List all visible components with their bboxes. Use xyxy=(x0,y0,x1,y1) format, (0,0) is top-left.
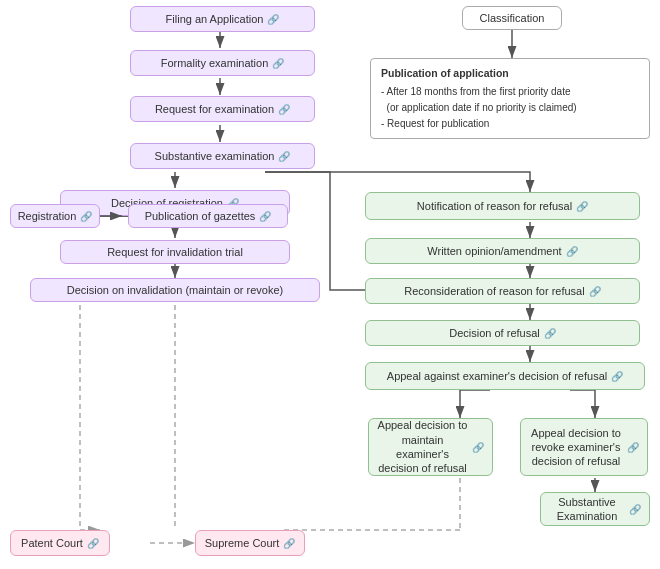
publication-line2: (or application date if no priority is c… xyxy=(381,100,639,116)
appeal-maintain-node[interactable]: Appeal decision to maintain examiner's d… xyxy=(368,418,493,476)
appeal-against-link-icon[interactable]: 🔗 xyxy=(611,370,623,383)
decision-invalid-node[interactable]: Decision on invalidation (maintain or re… xyxy=(30,278,320,302)
decision-refusal-node[interactable]: Decision of refusal 🔗 xyxy=(365,320,640,346)
patent-court-link-icon[interactable]: 🔗 xyxy=(87,537,99,550)
notif-refusal-link-icon[interactable]: 🔗 xyxy=(576,200,588,213)
reg-to-pubgaz-arrow xyxy=(100,212,130,220)
decision-refusal-link-icon[interactable]: 🔗 xyxy=(544,327,556,340)
publication-line1: - After 18 months from the first priorit… xyxy=(381,84,639,100)
appeal-against-node[interactable]: Appeal against examiner's decision of re… xyxy=(365,362,645,390)
written-opinion-link-icon[interactable]: 🔗 xyxy=(566,245,578,258)
formality-node[interactable]: Formality examination 🔗 xyxy=(130,50,315,76)
supreme-court-node[interactable]: Supreme Court 🔗 xyxy=(195,530,305,556)
publication-title: Publication of application xyxy=(381,65,639,82)
written-opinion-node[interactable]: Written opinion/amendment 🔗 xyxy=(365,238,640,264)
patent-court-node[interactable]: Patent Court 🔗 xyxy=(10,530,110,556)
notif-refusal-node[interactable]: Notification of reason for refusal 🔗 xyxy=(365,192,640,220)
reconsideration-link-icon[interactable]: 🔗 xyxy=(589,285,601,298)
registration-link-icon[interactable]: 🔗 xyxy=(80,210,92,223)
publication-line3: - Request for publication xyxy=(381,116,639,132)
request-exam-link-icon[interactable]: 🔗 xyxy=(278,103,290,116)
appeal-revoke-node[interactable]: Appeal decision to revoke examiner's dec… xyxy=(520,418,648,476)
substantive-exam2-node[interactable]: Substantive Examination 🔗 xyxy=(540,492,650,526)
publication-box: Publication of application - After 18 mo… xyxy=(370,58,650,139)
substantive-exam-node[interactable]: Substantive examination 🔗 xyxy=(130,143,315,169)
filing-link-icon[interactable]: 🔗 xyxy=(267,13,279,26)
appeal-revoke-link-icon[interactable]: 🔗 xyxy=(627,441,639,454)
substantive-exam2-link-icon[interactable]: 🔗 xyxy=(629,503,641,516)
pub-gazettes-node[interactable]: Publication of gazettes 🔗 xyxy=(128,204,288,228)
pub-gazettes-link-icon[interactable]: 🔗 xyxy=(259,210,271,223)
appeal-maintain-link-icon[interactable]: 🔗 xyxy=(472,441,484,454)
registration-node[interactable]: Registration 🔗 xyxy=(10,204,100,228)
filing-node[interactable]: Filing an Application 🔗 xyxy=(130,6,315,32)
formality-link-icon[interactable]: 🔗 xyxy=(272,57,284,70)
substantive-exam-link-icon[interactable]: 🔗 xyxy=(278,150,290,163)
request-exam-node[interactable]: Request for examination 🔗 xyxy=(130,96,315,122)
req-invalidation-node[interactable]: Request for invalidation trial xyxy=(60,240,290,264)
supreme-court-link-icon[interactable]: 🔗 xyxy=(283,537,295,550)
reconsideration-node[interactable]: Reconsideration of reason for refusal 🔗 xyxy=(365,278,640,304)
classification-node: Classification xyxy=(462,6,562,30)
flowchart: Classification Publication of applicatio… xyxy=(0,0,660,569)
